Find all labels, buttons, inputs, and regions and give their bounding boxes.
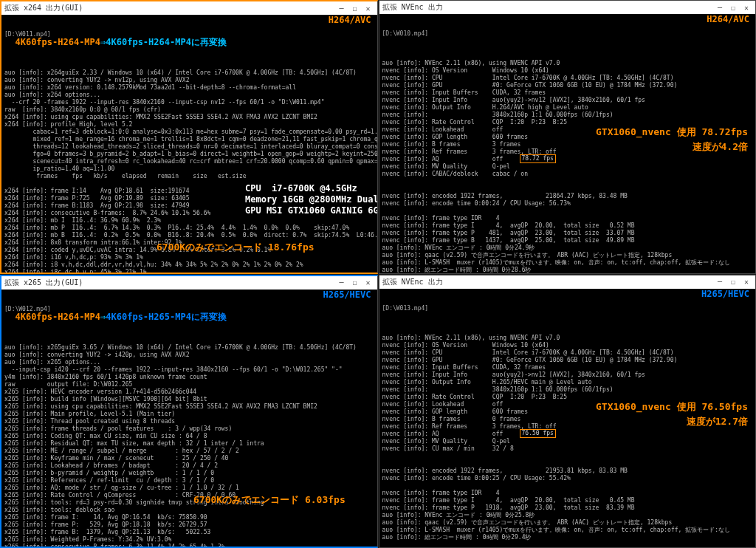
maximize-icon[interactable]: ☐ (349, 278, 361, 288)
codec-badge: H265/HEVC (323, 291, 371, 298)
pane-nvenc-h265: 拡張 NVEnc 出力 ─ ☐ ✕ [D:\W013.mp4] H265/HEV… (379, 275, 757, 549)
header-source: 4K60fps-H264-MP4 (15, 312, 100, 322)
console-tl: [D:\W011.mp4] 4K60fps-H264-MP4⇒4K60fps-H… (1, 15, 377, 273)
titlebar-bl[interactable]: 拡張 x265 出力(GUI) ─ ☐ ✕ (1, 276, 377, 290)
annotation-fps: 6700Kのみでエンコード 6.03fps (193, 496, 346, 504)
window-title: 拡張 x264 出力(GUI) (4, 3, 334, 13)
codec-badge: H264/AVC (329, 16, 371, 24)
close-icon[interactable]: ✕ (740, 2, 752, 13)
minimize-icon[interactable]: ─ (336, 3, 348, 13)
close-icon[interactable]: ✕ (362, 278, 374, 288)
window-grid: 拡張 x264 出力(GUI) ─ ☐ ✕ [D:\W011.mp4] 4K60… (0, 0, 756, 548)
codec-badge: H264/AVC (707, 16, 749, 23)
maximize-icon[interactable]: ☐ (727, 277, 739, 287)
console-tr: [D:\W010.mp4] H264/AVC auo [info]: NVEnc… (379, 14, 756, 273)
pane-x264-h264: 拡張 x264 出力(GUI) ─ ☐ ✕ [D:\W011.mp4] 4K60… (0, 0, 378, 274)
window-title: 拡張 NVEnc 出力 (382, 2, 713, 13)
header-target: 4K60fps-H265-MP4に再変換 (106, 312, 227, 322)
annotation-gpu-fps: GTX1060_nvenc 使用 76.50fps (596, 403, 748, 411)
header-target: 4K60fps-H264-MP4に再変換 (106, 37, 227, 47)
fps-highlight: 78.72 fps (520, 154, 556, 163)
spec-memory: Memory 16GB @2800MHz Dual (245, 196, 377, 203)
window-title: 拡張 x265 出力(GUI) (4, 278, 334, 288)
close-icon[interactable]: ✕ (362, 3, 374, 13)
spec-cpu: CPU i7-6700K @4.5GHz (245, 185, 357, 192)
window-title: 拡張 NVEnc 出力 (382, 277, 713, 287)
annotation-speedup: 速度が12.7倍 (687, 418, 748, 425)
pane-nvenc-h264: 拡張 NVEnc 出力 ─ ☐ ✕ [D:\W010.mp4] H264/AVC… (379, 0, 757, 274)
output-file: [D:\W013.mp4] (382, 305, 753, 312)
annotation-gpu-fps: GTX1060_nvenc 使用 78.72fps (596, 129, 748, 136)
header-source: 4K60fps-H264-MP4 (15, 37, 100, 47)
minimize-icon[interactable]: ─ (714, 277, 726, 287)
console-bl: [D:\W012.mp4] 4K60fps-H264-MP4⇒4K60fps-H… (1, 290, 377, 547)
log-output: auo [info]: x265guiEx 3.65 / Windows 10 … (4, 344, 374, 547)
spec-gpu: GPU MSI GTX1060 GAINIG 6G (245, 207, 377, 214)
minimize-icon[interactable]: ─ (336, 278, 348, 288)
maximize-icon[interactable]: ☐ (727, 2, 739, 13)
log-output: auo [info]: NVEnc 2.11 (x86), using NVEN… (382, 60, 753, 273)
pane-x265-h265: 拡張 x265 出力(GUI) ─ ☐ ✕ [D:\W012.mp4] 4K60… (0, 275, 378, 549)
fps-highlight: 76.50 fps (520, 429, 556, 438)
codec-badge: H265/HEVC (701, 290, 749, 298)
titlebar-tr[interactable]: 拡張 NVEnc 出力 ─ ☐ ✕ (379, 1, 756, 14)
close-icon[interactable]: ✕ (740, 277, 752, 287)
minimize-icon[interactable]: ─ (714, 2, 726, 13)
maximize-icon[interactable]: ☐ (349, 3, 361, 13)
output-file: [D:\W010.mp4] (382, 30, 753, 38)
log-output: auo [info]: NVEnc 2.11 (x86), using NVEN… (382, 335, 753, 541)
console-br: [D:\W013.mp4] H265/HEVC auo [info]: NVEn… (379, 289, 756, 548)
annotation-fps: 6700Kのみでエンコード 18.76fps (157, 244, 315, 251)
annotation-speedup: 速度が4.2倍 (693, 143, 748, 151)
titlebar-tl[interactable]: 拡張 x264 出力(GUI) ─ ☐ ✕ (1, 1, 377, 15)
titlebar-br[interactable]: 拡張 NVEnc 出力 ─ ☐ ✕ (379, 275, 756, 289)
